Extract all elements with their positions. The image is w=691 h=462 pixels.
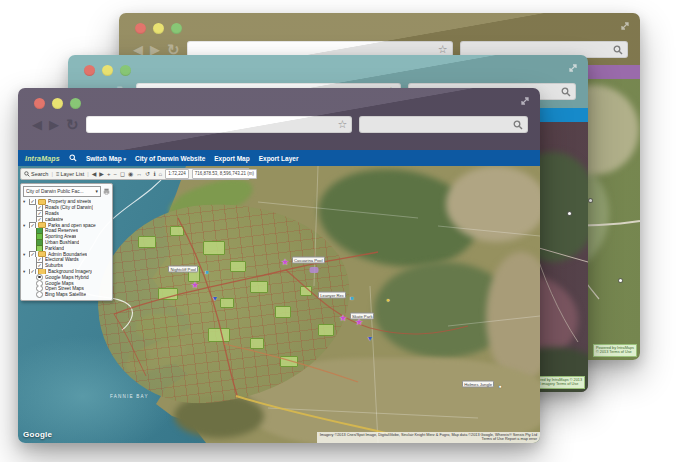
measure-tool[interactable]: ↔ — [136, 171, 142, 177]
map-point[interactable] — [589, 199, 592, 202]
chevron-down-icon: ▾ — [123, 156, 126, 162]
search-icon — [613, 45, 623, 55]
basemap-label: Google Maps — [45, 281, 74, 286]
back-button[interactable]: ◀ — [32, 118, 42, 131]
search-icon — [24, 171, 30, 177]
white-dot-marker-icon[interactable]: ● — [498, 384, 501, 389]
collapse-caret-icon[interactable]: ▾ — [23, 252, 27, 257]
collapse-caret-icon[interactable]: ▾ — [23, 223, 27, 228]
layer-checkbox[interactable] — [29, 199, 36, 205]
close-button[interactable] — [135, 23, 146, 34]
module-select-value: City of Darwin Public Fac... — [26, 187, 84, 196]
list-icon: ≡ — [56, 171, 60, 177]
minimize-button[interactable] — [153, 23, 164, 34]
marker-label-chip: Casuarina Pool — [292, 257, 325, 264]
bookmark-star-icon[interactable]: ☆ — [438, 44, 448, 55]
attribution-line: © 2013 Terms of Use — [596, 350, 634, 355]
zoom-in-tool[interactable]: + — [107, 171, 111, 177]
browser-window-front[interactable]: ◀ ▶ ↻ ☆ IntraMaps Switch Map ▾ City of D… — [18, 88, 540, 443]
legend-label: Sporting Areas — [45, 234, 76, 239]
layer-label: Suburbs — [45, 263, 63, 268]
menu-city-website[interactable]: City of Darwin Website — [135, 155, 205, 162]
map-attribution: Imagery ©2013 Cnes/Spot Image, DigitalGl… — [317, 432, 540, 443]
menu-label: Switch Map — [86, 155, 122, 162]
nav-row: ◀ ▶ ↻ ☆ — [32, 116, 528, 133]
bookmark-star-icon[interactable]: ☆ — [337, 119, 347, 130]
search-icon — [561, 87, 571, 97]
home-tool[interactable]: ⌂ — [159, 171, 163, 177]
minimize-button[interactable] — [102, 65, 113, 76]
star-marker-icon[interactable]: ★ — [191, 281, 199, 290]
layer-group-label: Parks and open space — [48, 223, 96, 228]
expand-icon[interactable] — [619, 20, 631, 32]
legend-label: Parkland — [45, 246, 64, 251]
attribution-line[interactable]: Terms of Use Report a map error — [320, 437, 537, 442]
info-tool[interactable]: ℹ — [153, 171, 155, 177]
scale-display[interactable]: 1:72,224 — [165, 169, 189, 179]
square-marker-icon[interactable]: ■ — [350, 295, 354, 301]
menu-export-map[interactable]: Export Map — [214, 155, 249, 162]
map-attribution: Powered by IntraMaps © 2013 Terms of Use — [593, 344, 637, 357]
map-toolbar: Search | ≡ Layer List | ◀ ▶ + − ◻ ◉ ↔ ↺ … — [20, 168, 250, 180]
basemap-radio[interactable] — [36, 292, 43, 298]
search-tool-label: Search — [31, 171, 48, 177]
menu-export-layer[interactable]: Export Layer — [259, 155, 299, 162]
pin-marker-icon[interactable]: ▼ — [367, 335, 374, 342]
layer-list-button[interactable]: ≡ Layer List — [56, 171, 84, 177]
traffic-lights — [135, 23, 628, 34]
zoom-button[interactable] — [70, 98, 81, 109]
expand-icon[interactable] — [519, 95, 531, 107]
map-view-front[interactable]: ★ ■ Nightcliff Pool ▼ ★ Casuarina Pool ■… — [18, 166, 540, 443]
layer-checkbox[interactable] — [29, 269, 36, 275]
dot-marker-icon[interactable]: ● — [386, 297, 390, 303]
traffic-lights — [84, 65, 576, 76]
close-button[interactable] — [84, 65, 95, 76]
map-point[interactable] — [568, 212, 571, 215]
collapse-caret-icon[interactable]: ▾ — [23, 269, 27, 274]
address-bar[interactable]: ☆ — [86, 116, 353, 133]
basemap-label: Open Street Maps — [45, 286, 84, 291]
layer-label: Electoral Wards — [45, 257, 79, 262]
star-marker-icon[interactable]: ★ — [281, 258, 289, 267]
zoom-button[interactable] — [171, 23, 182, 34]
layer-checkbox[interactable] — [29, 222, 36, 228]
search-icon[interactable] — [69, 154, 77, 162]
module-select[interactable]: City of Darwin Public Fac... ▾ — [23, 186, 101, 197]
zoom-button[interactable] — [120, 65, 131, 76]
layer-label: Roads (City of Darwin) — [45, 205, 93, 210]
collapse-caret-icon[interactable]: ▾ — [23, 199, 27, 204]
search-bar[interactable] — [359, 116, 528, 133]
forward-button[interactable]: ▶ — [49, 118, 59, 131]
next-extent-tool[interactable]: ▶ — [99, 171, 104, 177]
browser-chrome: ◀ ▶ ↻ ☆ — [18, 88, 540, 150]
search-tool-button[interactable]: Search — [24, 171, 48, 177]
basemap-row: Bing Maps Satellite — [36, 292, 110, 298]
identify-tool[interactable]: ◉ — [128, 171, 133, 177]
map-point[interactable] — [619, 279, 622, 282]
layer-checkbox[interactable] — [29, 251, 36, 257]
layer-group-label: Admin Boundaries — [48, 252, 87, 257]
star-marker-icon[interactable]: ★ — [339, 314, 347, 323]
zoom-out-tool[interactable]: − — [113, 171, 117, 177]
layer-group-label: Background Imagery — [48, 269, 92, 274]
prev-extent-tool[interactable]: ◀ — [92, 171, 97, 177]
layer-group-label: Property and streets — [48, 199, 91, 204]
printer-icon[interactable] — [103, 188, 110, 195]
reset-tool[interactable]: ↺ — [145, 171, 150, 177]
minimize-button[interactable] — [52, 98, 63, 109]
legend-label: Urban Bushland — [45, 240, 79, 245]
refresh-button[interactable]: ↻ — [66, 117, 79, 132]
basemap-label: Bing Maps Satellite — [45, 292, 86, 297]
pin-marker-icon[interactable]: ▼ — [212, 295, 219, 302]
square-marker-icon[interactable]: ■ — [205, 269, 209, 275]
chevron-down-icon: ▾ — [96, 187, 98, 196]
search-icon — [513, 120, 523, 130]
lavender-area-marker[interactable] — [310, 267, 319, 273]
menu-switch-map[interactable]: Switch Map ▾ — [86, 155, 126, 162]
layer-label: Roads — [45, 211, 59, 216]
close-button[interactable] — [34, 98, 45, 109]
select-tool[interactable]: ◻ — [120, 171, 125, 177]
star-marker-icon[interactable]: ★ — [355, 318, 363, 327]
marker-label-chip: Holmes Jungle — [462, 381, 494, 388]
expand-icon[interactable] — [567, 62, 579, 74]
